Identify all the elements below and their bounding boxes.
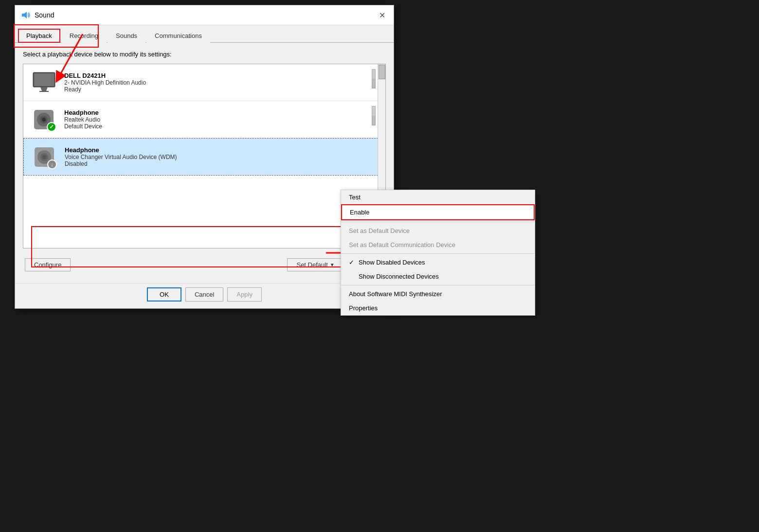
svg-marker-0 xyxy=(22,12,27,18)
device-sub-monitor: 2- NVIDIA High Definition Audio xyxy=(64,79,380,86)
scrollbar-indicator xyxy=(372,69,376,89)
ctx-sep3 xyxy=(341,285,535,285)
device-status-headphone: Default Device xyxy=(64,123,380,130)
tab-sounds[interactable]: Sounds xyxy=(108,29,145,43)
svg-rect-3 xyxy=(34,73,54,86)
svg-rect-5 xyxy=(39,91,49,92)
svg-point-9 xyxy=(42,118,46,122)
dialog-titlebar: Sound ✕ xyxy=(15,5,394,25)
device-list: DELL D2421H 2- NVIDIA High Definition Au… xyxy=(23,64,386,248)
ctx-show-disabled[interactable]: ✓ Show Disabled Devices xyxy=(341,255,535,269)
device-info-headphone-disabled: Headphone Voice Changer Virtual Audio De… xyxy=(65,146,379,167)
sound-dialog: Sound ✕ Playback Recording Sounds Commun… xyxy=(15,5,394,309)
device-item-monitor[interactable]: DELL D2421H 2- NVIDIA High Definition Au… xyxy=(23,64,385,101)
device-info-headphone: Headphone Realtek Audio Default Device xyxy=(64,109,380,130)
scrollbar-thumb[interactable] xyxy=(379,65,385,79)
device-item-headphone-default[interactable]: ✓ Headphone Realtek Audio Default Device xyxy=(23,101,385,138)
device-status-monitor: Ready xyxy=(64,86,380,93)
device-item-headphone-disabled[interactable]: ↓ Headphone Voice Changer Virtual Audio … xyxy=(23,138,385,176)
dialog-final-row: OK Cancel Apply xyxy=(15,283,394,308)
ctx-properties[interactable]: Properties xyxy=(341,301,535,315)
device-name-headphone-disabled: Headphone xyxy=(65,146,379,154)
tabs-container: Playback Recording Sounds Communications xyxy=(15,25,394,43)
tab-communications[interactable]: Communications xyxy=(146,29,210,43)
device-info-monitor: DELL D2421H 2- NVIDIA High Definition Au… xyxy=(64,72,380,93)
context-menu: Test Enable Set as Default Device Set as… xyxy=(341,190,535,316)
device-icon-headphone: ✓ xyxy=(29,106,58,133)
scrollbar-indicator2 xyxy=(372,106,376,125)
ctx-set-default[interactable]: Set as Default Device xyxy=(341,224,535,238)
ctx-check-icon: ✓ xyxy=(349,259,359,266)
svg-marker-4 xyxy=(40,87,48,91)
dialog-bottom-actions: Configure Set Default ▼ Prop... xyxy=(23,254,386,275)
device-sub-headphone-disabled: Voice Changer Virtual Audio Device (WDM) xyxy=(65,154,379,160)
device-icon-headphone-disabled: ↓ xyxy=(30,143,59,170)
set-default-button[interactable]: Set Default ▼ xyxy=(287,258,343,271)
disabled-badge: ↓ xyxy=(47,160,57,169)
cancel-button[interactable]: Cancel xyxy=(185,287,223,301)
configure-button[interactable]: Configure xyxy=(25,258,71,271)
device-icon-monitor xyxy=(29,69,58,96)
title-left: Sound xyxy=(21,10,54,20)
ctx-test[interactable]: Test xyxy=(341,190,535,204)
monitor-icon xyxy=(31,71,57,93)
ctx-set-comm[interactable]: Set as Default Communication Device xyxy=(341,238,535,252)
set-default-arrow: ▼ xyxy=(330,262,335,267)
ctx-about-midi[interactable]: About Software MIDI Synthesizer xyxy=(341,287,535,301)
sound-icon xyxy=(21,10,31,20)
instruction-text: Select a playback device below to modify… xyxy=(23,51,386,58)
tab-playback[interactable]: Playback xyxy=(18,29,60,43)
dialog-content: Select a playback device below to modify… xyxy=(15,43,394,283)
device-name-headphone: Headphone xyxy=(64,109,380,116)
close-button[interactable]: ✕ xyxy=(376,9,388,21)
device-name-monitor: DELL D2421H xyxy=(64,72,380,79)
ctx-sep1 xyxy=(341,222,535,222)
ctx-sep2 xyxy=(341,253,535,254)
device-status-headphone-disabled: Disabled xyxy=(65,160,379,167)
ctx-show-disconnected[interactable]: Show Disconnected Devices xyxy=(341,269,535,284)
ok-button[interactable]: OK xyxy=(147,287,181,301)
dialog-title: Sound xyxy=(35,11,54,19)
device-sub-headphone: Realtek Audio xyxy=(64,116,380,123)
ctx-enable[interactable]: Enable xyxy=(341,204,535,220)
svg-point-13 xyxy=(42,155,46,159)
default-check-badge: ✓ xyxy=(47,122,56,132)
apply-button[interactable]: Apply xyxy=(227,287,262,301)
tab-recording[interactable]: Recording xyxy=(61,29,107,43)
